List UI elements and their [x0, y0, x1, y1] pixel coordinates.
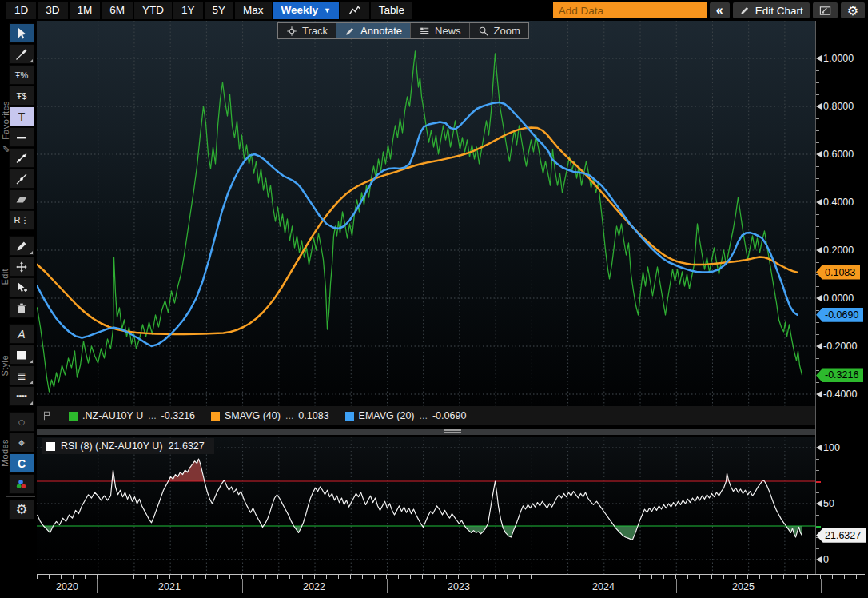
chart-annotate-shortcut-button[interactable] — [813, 2, 838, 18]
time-minor-tick — [747, 575, 748, 579]
tool-move[interactable] — [9, 257, 34, 277]
rsi-legend-value: 21.6327 — [169, 441, 205, 452]
tool-c-mode[interactable]: C — [9, 453, 34, 473]
period-button-5y[interactable]: 5Y — [205, 2, 234, 19]
square-icon — [15, 349, 28, 361]
time-minor-tick — [856, 575, 857, 579]
year-label-2025: 2025 — [732, 581, 755, 592]
pencil-icon — [739, 5, 751, 16]
time-minor-tick — [567, 575, 567, 579]
axis-minor-tick — [816, 492, 819, 493]
tool-dollar-change[interactable]: Ŧ$ — [9, 86, 34, 106]
tool-font[interactable]: A — [9, 324, 34, 344]
zoom-button[interactable]: Zoom — [470, 23, 528, 38]
annotate-button[interactable]: Annotate — [336, 23, 411, 38]
collapse-button[interactable]: « — [710, 2, 730, 18]
legend-item-1[interactable]: SMAVG (40)...0.1083 — [211, 410, 329, 421]
legend-item-2[interactable]: EMAVG (20)...-0.0690 — [345, 410, 467, 421]
time-axis[interactable]: 202020212022202320242025 — [0, 574, 868, 598]
time-minor-tick — [145, 575, 146, 579]
period-button-3d[interactable]: 3D — [38, 2, 67, 19]
period-button-max[interactable]: Max — [235, 2, 272, 19]
time-axis-line — [37, 574, 865, 575]
time-minor-tick — [410, 575, 411, 579]
time-minor-tick — [374, 575, 375, 579]
tool-channel[interactable] — [9, 189, 34, 209]
time-minor-tick — [519, 575, 520, 579]
tool-draw-line[interactable] — [9, 44, 34, 64]
price-chart-panel[interactable] — [37, 21, 815, 406]
price-badge-03216: -0.3216 — [816, 368, 863, 382]
tool-horizontal-line[interactable] — [9, 127, 34, 147]
tool-color-mode[interactable] — [9, 474, 34, 494]
tool-percent-change[interactable]: Ŧ% — [9, 65, 34, 85]
pencil-line-icon — [15, 48, 28, 61]
axis-tick-label: 1.0000 — [823, 53, 854, 64]
period-button-ytd[interactable]: YTD — [134, 2, 172, 19]
period-button-6m[interactable]: 6M — [102, 2, 133, 19]
tool-delete[interactable] — [9, 298, 34, 318]
time-minor-tick — [169, 575, 170, 579]
price-axis[interactable]: 1.00000.80000.60000.40000.20000.0000-0.2… — [815, 21, 868, 574]
add-data-input[interactable] — [553, 2, 707, 18]
time-minor-tick — [844, 575, 845, 579]
chart-type-button[interactable] — [340, 2, 369, 19]
rsi-series — [38, 459, 802, 540]
time-minor-tick — [205, 575, 206, 579]
news-icon — [419, 26, 430, 37]
axis-tick-arrow-icon — [816, 343, 822, 349]
tool-multi-select[interactable] — [9, 277, 34, 297]
period-button-1y[interactable]: 1Y — [173, 2, 203, 19]
rsi-swatch — [46, 442, 55, 451]
rsi-chart-panel[interactable] — [37, 437, 815, 574]
tool-regression[interactable]: R⋮ — [9, 210, 34, 230]
axis-minor-tick — [816, 190, 819, 191]
axis-tick-label: 0.2000 — [823, 245, 854, 256]
panel-splitter[interactable] — [37, 429, 868, 435]
chevron-down-icon: ▼ — [324, 2, 331, 19]
tool-crosshair-mode[interactable]: ⌖ — [9, 433, 34, 452]
time-minor-tick — [639, 575, 640, 579]
edit-chart-button[interactable]: Edit Chart — [733, 2, 810, 18]
legend-value: 0.1083 — [298, 410, 328, 421]
tool-settings[interactable]: ⚙ — [9, 500, 34, 520]
axis-minor-tick — [816, 358, 819, 359]
axis-minor-tick — [816, 238, 819, 239]
chart-legend: .NZ-AU10Y U...-0.3216SMAVG (40)...0.1083… — [37, 406, 815, 425]
track-button[interactable]: Track — [278, 23, 336, 38]
period-button-1d[interactable]: 1D — [6, 2, 36, 19]
time-minor-tick — [807, 575, 808, 579]
line-width-glyph: ≣ — [17, 369, 26, 382]
price-badge-216327: 21.6327 — [816, 528, 866, 543]
tool-trend-line[interactable] — [9, 148, 34, 168]
tool-lasso[interactable]: ◌ — [9, 412, 34, 432]
tool-ray-line[interactable] — [9, 169, 34, 189]
tool-line-dash[interactable]: ╍╍ — [9, 386, 34, 406]
table-button[interactable]: Table — [371, 2, 412, 19]
line-chart-icon — [348, 4, 361, 17]
time-minor-tick — [422, 575, 423, 579]
news-button[interactable]: News — [411, 23, 470, 38]
axis-tick-label: 50 — [823, 498, 834, 509]
rsi-legend[interactable]: RSI (8) (.NZ-AU10Y U) 21.6327 — [42, 438, 214, 454]
tool-fill-color[interactable] — [9, 345, 34, 365]
axis-minor-tick — [816, 334, 819, 335]
settings-button[interactable]: ⚙ — [841, 2, 865, 18]
legend-item-0[interactable]: .NZ-AU10Y U...-0.3216 — [69, 410, 195, 421]
time-minor-tick — [759, 575, 760, 579]
tool-line-width[interactable]: ≣ — [9, 365, 34, 385]
series--nz-au10y-u — [38, 51, 802, 392]
period-button-1m[interactable]: 1M — [70, 2, 101, 19]
axis-minor-tick — [816, 226, 819, 227]
tool-text-annotation[interactable]: T — [9, 106, 34, 126]
axis-tick-arrow-icon — [816, 295, 822, 301]
news-label: News — [435, 25, 461, 37]
tool-cursor[interactable] — [9, 23, 34, 43]
time-minor-tick — [832, 575, 833, 579]
legend-flag[interactable] — [42, 410, 53, 421]
axis-tick-arrow-icon — [816, 103, 822, 110]
time-minor-tick — [555, 575, 555, 579]
interval-selector[interactable]: Weekly ▼ — [273, 2, 339, 19]
time-minor-tick — [663, 575, 664, 579]
tool-edit-draw[interactable] — [9, 236, 34, 256]
